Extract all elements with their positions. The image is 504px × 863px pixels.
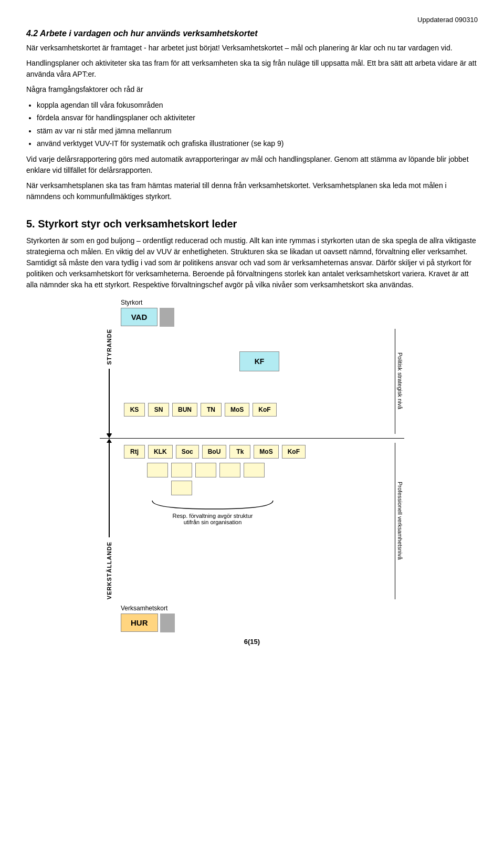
y2 xyxy=(171,463,192,477)
kf-row: KF xyxy=(124,351,395,371)
y5 xyxy=(244,463,265,477)
section5-para1: Styrkorten är som en god buljong – orden… xyxy=(26,235,478,290)
section4-para1: När verksamhetskortet är framtaget - har… xyxy=(26,43,478,54)
yellow-row-1 xyxy=(147,463,395,477)
y1 xyxy=(147,463,168,477)
list-item: använd verktyget VUV-IT för systematik o… xyxy=(37,138,478,149)
vad-box: VAD xyxy=(121,308,158,326)
bottom-boxes-row: KS SN BUN TN MoS KoF xyxy=(124,403,395,417)
kof-box: KoF xyxy=(253,403,276,417)
section4-para2: När verksamhetsplanen ska tas fram hämta… xyxy=(26,180,478,202)
section4-para3: Några framgångsfaktorer och råd är xyxy=(26,84,478,95)
klk-box: KLK xyxy=(148,445,173,459)
verkst-shaft xyxy=(109,443,110,537)
styrande-shaft xyxy=(109,369,110,433)
gray-rectangle-2 xyxy=(160,614,175,632)
verkst-section: VERKSTÄLLANDE Rtj KLK Soc BoU Tk MoS KoF xyxy=(100,443,404,599)
section5-heading: 5. Styrkort styr och verksamhetskort led… xyxy=(26,218,478,230)
list-item: fördela ansvar för handlingsplaner och a… xyxy=(37,112,478,123)
ks-box: KS xyxy=(124,403,145,417)
diagram: Styrkort VAD STYRANDE KF KS SN BUN TN xyxy=(100,299,404,646)
verksamhetskort-label: Verksamhetskort xyxy=(121,605,404,612)
y6 xyxy=(171,481,192,495)
gray-rectangle xyxy=(160,308,174,327)
mos2-box: MoS xyxy=(254,445,278,459)
verkst-label: VERKSTÄLLANDE xyxy=(106,542,112,599)
mos-box: MoS xyxy=(225,403,249,417)
page-number: 6(15) xyxy=(100,638,404,646)
section4-list: koppla agendan till våra fokusområden fö… xyxy=(37,99,478,150)
brace-svg xyxy=(147,500,278,510)
list-item: koppla agendan till våra fokusområden xyxy=(37,99,478,111)
section4-para2: Handlingsplaner och aktiviteter ska tas … xyxy=(26,58,478,80)
bun-box: BUN xyxy=(172,403,197,417)
section4-heading: 4.2 Arbete i vardagen och hur används ve… xyxy=(26,29,478,38)
styrande-arrow: STYRANDE xyxy=(100,329,119,434)
header-date: Uppdaterad 090310 xyxy=(26,16,478,24)
h-divider xyxy=(100,438,404,439)
tn-box: TN xyxy=(201,403,222,417)
kof2-box: KoF xyxy=(282,445,306,459)
verkst-content: Rtj KLK Soc BoU Tk MoS KoF xyxy=(119,443,395,599)
rtj-box: Rtj xyxy=(124,445,145,459)
verkst-arrow-col: VERKSTÄLLANDE xyxy=(100,443,119,599)
styrande-content: KF KS SN BUN TN MoS KoF xyxy=(119,329,395,434)
resp-text: Resp. förvaltning avgör struktur utifrån… xyxy=(147,513,278,525)
styrande-section: STYRANDE KF KS SN BUN TN MoS KoF Politis… xyxy=(100,329,404,434)
section4-para-after-list: Vid varje delårsrapportering görs med au… xyxy=(26,154,478,176)
verkst-top-row: Rtj KLK Soc BoU Tk MoS KoF xyxy=(124,445,395,459)
styrkort-label: Styrkort xyxy=(121,299,404,306)
brace-area: Resp. förvaltning avgör struktur utifrån… xyxy=(147,500,278,525)
list-item: stäm av var ni står med jämna mellanrum xyxy=(37,125,478,137)
bou-box: BoU xyxy=(202,445,227,459)
styrande-label: STYRANDE xyxy=(106,329,112,365)
politisk-label: Politisk strategisk nivå xyxy=(395,329,404,434)
hur-box: HUR xyxy=(121,614,158,632)
y3 xyxy=(195,463,216,477)
yellow-row-2 xyxy=(171,481,395,495)
professionell-label: Professionell verksamhetsnivå xyxy=(395,443,404,599)
kf-box: KF xyxy=(239,351,280,371)
soc-box: Soc xyxy=(176,445,199,459)
yellow-rows xyxy=(147,463,395,495)
y4 xyxy=(219,463,240,477)
tk-box: Tk xyxy=(229,445,250,459)
sn-box: SN xyxy=(148,403,169,417)
